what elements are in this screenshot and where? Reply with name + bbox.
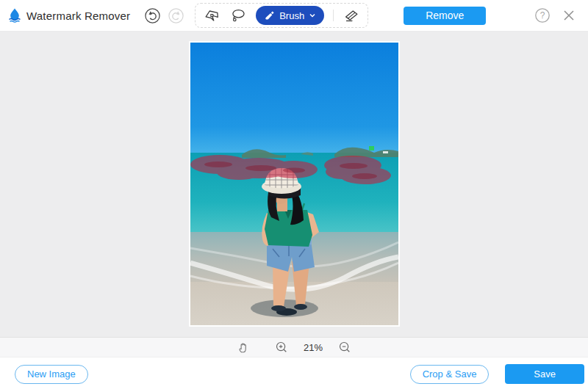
new-image-button[interactable]: New Image [15, 365, 88, 384]
header-right-controls: ? [534, 7, 588, 24]
app-logo-icon [6, 7, 24, 24]
save-button[interactable]: Save [505, 364, 584, 384]
zoom-controls-bar: 21% [0, 337, 588, 357]
selection-tools-group: Brush [195, 3, 368, 28]
lasso-tool-button[interactable] [229, 7, 247, 24]
app-title: Watermark Remover [26, 10, 130, 22]
photo-with-mask[interactable] [190, 43, 398, 325]
history-buttons [143, 7, 184, 24]
zoom-out-button[interactable] [336, 338, 354, 356]
zoom-level-value: 21% [304, 342, 323, 353]
toolbar-divider [333, 10, 334, 21]
polygon-lasso-icon [203, 6, 220, 25]
magnifier-minus-icon [338, 341, 351, 354]
redo-icon [168, 7, 184, 24]
svg-text:?: ? [540, 10, 545, 21]
close-button[interactable] [560, 7, 578, 24]
paint-brush-icon [264, 10, 275, 21]
undo-button[interactable] [143, 7, 161, 24]
redo-button[interactable] [167, 7, 184, 24]
header-toolbar: Watermark Remover [0, 0, 588, 32]
help-button[interactable]: ? [534, 7, 551, 24]
photo-sky [190, 43, 398, 155]
footer-right-buttons: Crop & Save Save [410, 364, 584, 384]
zoom-in-button[interactable] [273, 338, 290, 356]
eraser-tool-button[interactable] [343, 7, 360, 24]
brush-tool-dropdown[interactable]: Brush [256, 6, 324, 25]
remove-button[interactable]: Remove [404, 7, 486, 25]
lasso-icon [229, 6, 247, 25]
close-icon [562, 8, 576, 23]
chevron-down-icon [309, 12, 316, 19]
pan-tool-button[interactable] [234, 338, 252, 356]
magnifier-plus-icon [275, 341, 288, 354]
polygon-lasso-tool-button[interactable] [203, 7, 220, 24]
footer-bar: New Image Crop & Save Save [0, 357, 588, 391]
undo-icon [144, 7, 161, 24]
brush-label: Brush [279, 10, 304, 21]
editor-canvas[interactable] [0, 32, 588, 337]
crop-and-save-button[interactable]: Crop & Save [410, 365, 490, 384]
help-icon: ? [534, 7, 551, 23]
hand-icon [237, 341, 250, 354]
eraser-icon [343, 7, 360, 25]
